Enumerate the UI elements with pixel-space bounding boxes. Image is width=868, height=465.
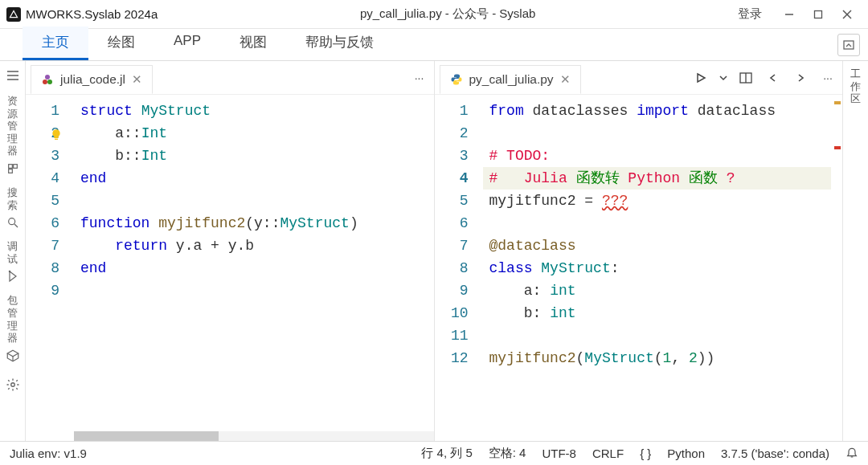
code-line: end: [80, 257, 434, 279]
next-icon[interactable]: [791, 68, 810, 88]
code-line: # TODO:: [489, 145, 832, 167]
menu-tab-0[interactable]: 主页: [23, 27, 88, 60]
status-eol[interactable]: CRLF: [592, 447, 624, 460]
more-icon[interactable]: ···: [410, 68, 429, 88]
activity-item-3[interactable]: 包管理器: [5, 291, 21, 345]
code-line: from dataclasses import dataclass: [489, 100, 832, 122]
split-icon[interactable]: [736, 68, 755, 88]
menu-tab-1[interactable]: 绘图: [88, 27, 154, 60]
status-braces[interactable]: { }: [640, 447, 651, 460]
file-tab-julia[interactable]: julia_code.jl ✕: [31, 65, 153, 94]
run-icon[interactable]: [691, 68, 710, 88]
close-icon[interactable]: ✕: [560, 72, 571, 87]
svg-point-17: [45, 75, 50, 80]
app-logo-icon: [6, 7, 21, 22]
activity-item-2[interactable]: 调试: [5, 237, 21, 267]
tab-row-left: julia_code.jl ✕ ···: [26, 61, 434, 95]
code-line: [489, 212, 832, 235]
svg-rect-1: [815, 10, 822, 18]
status-indent[interactable]: 空格: 4: [489, 446, 526, 461]
code-line: return y.a + y.b: [80, 235, 434, 257]
line-number: 4: [26, 167, 59, 190]
line-number: 3: [435, 145, 469, 167]
login-button[interactable]: 登录: [738, 6, 762, 22]
svg-point-15: [43, 80, 47, 84]
code-line: b::Int: [80, 145, 434, 167]
code-line: myjitfunc2 = ???: [489, 190, 832, 212]
code-line: @dataclass: [489, 235, 832, 257]
editor-pane-left: julia_code.jl ✕ ··· 123456789 struct MyS…: [26, 61, 435, 441]
status-interpreter[interactable]: 3.7.5 ('base': conda): [721, 447, 829, 460]
code-line: [80, 279, 434, 302]
line-number: 7: [26, 235, 59, 257]
file-tab-label: julia_code.jl: [60, 72, 125, 87]
minimize-button[interactable]: [775, 3, 804, 26]
svg-rect-9: [13, 165, 17, 169]
menu-tab-3[interactable]: 视图: [220, 27, 286, 60]
file-tab-label: py_call_julia.py: [469, 72, 554, 87]
code-editor-left[interactable]: 123456789 struct MyStruct a::Int b::Inte…: [26, 95, 434, 441]
workspace-label: 工作区: [850, 67, 861, 105]
line-number: 12: [435, 347, 469, 369]
bell-icon[interactable]: [845, 446, 858, 461]
panel-toggle-button[interactable]: [837, 34, 860, 56]
activity-icon-2[interactable]: [5, 268, 21, 284]
code-line: b: int: [489, 302, 832, 324]
status-lang[interactable]: Python: [667, 447, 705, 460]
julia-icon: [41, 73, 54, 86]
line-number: 6: [26, 212, 59, 235]
activity-icon-1[interactable]: [5, 214, 21, 230]
code-line: [489, 122, 832, 145]
status-encoding[interactable]: UTF-8: [542, 447, 576, 460]
line-number: 1: [435, 100, 469, 122]
right-sidebar[interactable]: 工作区: [842, 61, 868, 441]
activity-icon-0[interactable]: [5, 161, 21, 177]
svg-point-14: [10, 382, 14, 386]
svg-rect-18: [55, 139, 58, 140]
code-line: a: int: [489, 279, 832, 302]
svg-point-11: [8, 218, 14, 225]
code-line: [489, 324, 832, 347]
status-cursor-pos[interactable]: 行 4, 列 5: [421, 446, 472, 461]
code-line: myjitfunc2(MyStruct(1, 2)): [489, 347, 832, 369]
line-number: 4: [435, 167, 469, 190]
svg-point-13: [9, 271, 10, 272]
code-editor-right[interactable]: 123456789101112 from dataclasses import …: [435, 95, 843, 441]
svg-rect-4: [844, 41, 854, 49]
minimap[interactable]: [831, 95, 842, 441]
svg-line-12: [14, 224, 18, 227]
line-number: 5: [26, 190, 59, 212]
hamburger-icon[interactable]: [5, 67, 21, 84]
prev-icon[interactable]: [764, 68, 783, 88]
editor-area: julia_code.jl ✕ ··· 123456789 struct MyS…: [26, 61, 842, 441]
statusbar: Julia env: v1.9 行 4, 列 5 空格: 4 UTF-8 CRL…: [0, 441, 868, 465]
line-number: 10: [435, 302, 469, 324]
more-icon[interactable]: ···: [818, 68, 837, 88]
close-button[interactable]: [833, 3, 862, 26]
activity-bar: 资源管理器搜索调试包管理器: [0, 61, 26, 441]
line-number: 6: [435, 212, 469, 235]
settings-icon[interactable]: [5, 377, 21, 393]
menu-tab-4[interactable]: 帮助与反馈: [286, 27, 393, 60]
maximize-button[interactable]: [804, 3, 833, 26]
line-number: 2: [26, 122, 59, 145]
lightbulb-icon[interactable]: [50, 126, 63, 139]
code-line: end: [80, 167, 434, 190]
code-line: [80, 190, 434, 212]
svg-rect-10: [8, 169, 12, 173]
file-tab-python[interactable]: py_call_julia.py ✕: [440, 65, 581, 94]
editor-pane-right: py_call_julia.py ✕ ··· 123456789101112 f…: [435, 61, 843, 441]
code-line: function myjitfunc2(y::MyStruct): [80, 212, 434, 235]
activity-item-0[interactable]: 资源管理器: [5, 92, 21, 159]
code-line: # Julia 函数转 Python 函数 ?: [489, 167, 832, 190]
status-julia-env[interactable]: Julia env: v1.9: [10, 447, 87, 460]
menu-tab-2[interactable]: APP: [154, 27, 220, 60]
activity-icon-3[interactable]: [5, 348, 21, 364]
chevron-down-icon[interactable]: [719, 68, 728, 88]
activity-item-1[interactable]: 搜索: [5, 183, 21, 213]
close-icon[interactable]: ✕: [132, 72, 142, 87]
svg-point-16: [47, 80, 52, 84]
horizontal-scrollbar[interactable]: [74, 431, 434, 441]
tab-row-right: py_call_julia.py ✕ ···: [435, 61, 843, 95]
line-number: 7: [435, 235, 469, 257]
